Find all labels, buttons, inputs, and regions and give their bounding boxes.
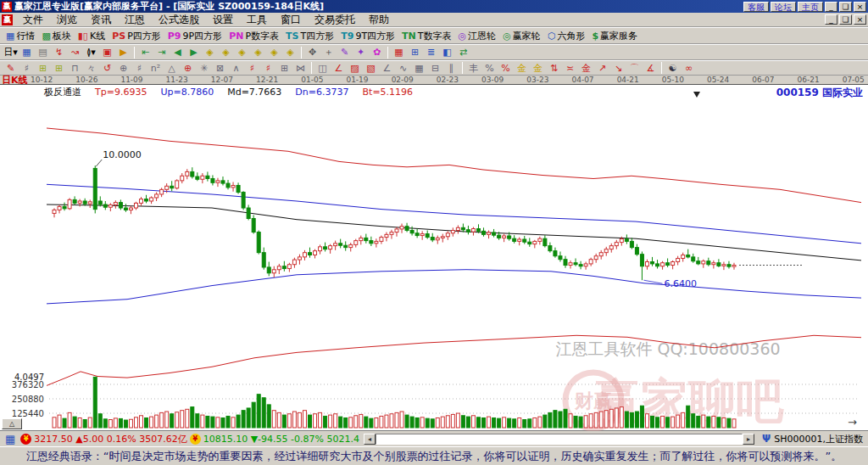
- circle-cross-icon[interactable]: ⊕: [115, 61, 131, 75]
- updown-tool-icon[interactable]: ⇅: [546, 61, 562, 75]
- red-price-grid-icon[interactable]: ♯: [260, 61, 276, 75]
- band-tool-icon[interactable]: ≍: [562, 61, 578, 75]
- toolbar-button-T数字表[interactable]: TNT数字表: [398, 29, 454, 42]
- wave-line-icon[interactable]: ∿: [395, 61, 411, 75]
- trend-down-icon[interactable]: ↘: [610, 61, 626, 75]
- gann-box-icon[interactable]: ⊞: [35, 61, 51, 75]
- shenzhen-index-icon[interactable]: ¥: [190, 434, 201, 445]
- mdi-restore-button[interactable]: ❏: [839, 14, 852, 25]
- color-analysis-icon[interactable]: ▶: [115, 46, 131, 59]
- grid-box-icon[interactable]: ⊞: [276, 61, 292, 75]
- gann-box2-icon[interactable]: ⊞: [51, 61, 67, 75]
- diamond-zoom-in-icon[interactable]: ◈: [218, 46, 234, 59]
- scroll-left-button[interactable]: ◂: [364, 434, 376, 445]
- toolbar-button-K线[interactable]: ▮▯K线: [75, 29, 108, 42]
- close-button[interactable]: ×: [854, 2, 866, 12]
- gold-percent-icon[interactable]: %: [498, 61, 514, 75]
- multi-line-icon[interactable]: 丰: [465, 61, 481, 75]
- diamond-up-icon[interactable]: ◈: [266, 46, 282, 59]
- menu-help[interactable]: 帮助: [362, 13, 396, 26]
- menu-browse[interactable]: 浏览: [50, 13, 84, 26]
- menu-file[interactable]: 文件: [16, 13, 50, 26]
- gann-grid-icon[interactable]: ♯: [19, 61, 35, 75]
- shenzhen-index-quote[interactable]: 10815.10 ▼-94.55 -0.87% 5021.4: [203, 434, 359, 445]
- trend-up-icon[interactable]: ↗: [594, 61, 610, 75]
- menu-tools[interactable]: 工具: [240, 13, 274, 26]
- gold-ratio-icon[interactable]: 金: [514, 61, 530, 75]
- chart-panel[interactable]: 极反通道Tp=9.6935Up=8.7860Md=7.7663Dn=6.3737…: [0, 84, 868, 430]
- arrows-tool-icon[interactable]: ⋈: [292, 61, 309, 75]
- arc-tool-icon[interactable]: ⌒: [626, 61, 643, 75]
- fan-lines-icon[interactable]: ∠: [331, 61, 347, 75]
- mdi-close-button[interactable]: ×: [854, 14, 866, 25]
- homepage-button[interactable]: 主页: [798, 2, 823, 12]
- calculator-icon[interactable]: ⊞: [407, 46, 423, 59]
- toolbar-button-9P四方形[interactable]: P99P四方形: [164, 29, 225, 42]
- wheel-flower-icon[interactable]: ✿: [369, 46, 385, 59]
- period-daily-dropdown[interactable]: 日▾: [3, 46, 19, 59]
- save-icon[interactable]: ◧: [439, 46, 455, 59]
- current-index-label[interactable]: SH000001,上证指数: [774, 433, 863, 445]
- scroll-right-button[interactable]: ▸: [743, 434, 754, 445]
- shaded-box-icon[interactable]: ▨: [347, 61, 363, 75]
- restore-button[interactable]: ❏: [839, 2, 852, 12]
- diamond-down-icon[interactable]: ◈: [282, 46, 298, 59]
- triangle-tool-icon[interactable]: △: [164, 61, 180, 75]
- pen-tool-icon[interactable]: ✎: [3, 61, 19, 75]
- n-square-icon[interactable]: n²: [147, 61, 164, 75]
- red-time-grid-icon[interactable]: ♯: [244, 61, 260, 75]
- gold-section-icon[interactable]: 金: [578, 61, 594, 75]
- toolbar-button-行情[interactable]: ▦行情: [3, 29, 38, 42]
- dense-grid-icon[interactable]: ▦: [411, 61, 427, 75]
- shanghai-index-icon[interactable]: ¥: [20, 434, 31, 445]
- price-ruler-icon[interactable]: ⊓: [67, 61, 83, 75]
- first-bar-icon[interactable]: ⇤: [137, 46, 153, 59]
- angle-line-icon[interactable]: ∠: [379, 61, 395, 75]
- forum-button[interactable]: 论坛: [771, 2, 796, 12]
- wedge-tool-icon[interactable]: ∡: [643, 61, 659, 75]
- box-x-icon[interactable]: ⊠: [212, 61, 228, 75]
- yinyang-icon[interactable]: ☯: [665, 61, 681, 75]
- prev-bar-icon[interactable]: ◀: [170, 46, 186, 59]
- volume-pane-toggle-button[interactable]: △: [2, 418, 22, 429]
- diamond-left-icon[interactable]: ◈: [234, 46, 250, 59]
- report-icon[interactable]: ≣: [423, 46, 439, 59]
- cycle-tool-icon[interactable]: 々: [83, 61, 99, 75]
- menu-news[interactable]: 资讯: [84, 13, 118, 26]
- quadrant-grid-icon[interactable]: ⊟: [427, 61, 443, 75]
- trend-chart-icon[interactable]: ↝: [67, 46, 83, 59]
- crosshair-icon[interactable]: ＋: [320, 46, 337, 59]
- toolbar-button-六角形[interactable]: ⬡六角形: [544, 29, 589, 42]
- data-transfer-icon[interactable]: ⇄: [455, 46, 471, 59]
- star-lines-icon[interactable]: ✳: [196, 61, 212, 75]
- menu-gann[interactable]: 江恩: [118, 13, 152, 26]
- menu-window[interactable]: 窗口: [274, 13, 308, 26]
- market-window-icon[interactable]: ▦: [19, 46, 35, 59]
- customer-service-button[interactable]: 客服: [743, 2, 769, 12]
- move-hand-icon[interactable]: ✥: [304, 46, 320, 59]
- draw-line-icon[interactable]: ✎: [337, 46, 353, 59]
- percent-icon[interactable]: %: [481, 61, 498, 75]
- infinity-icon[interactable]: ∞: [681, 61, 697, 75]
- gann-tools-icon[interactable]: ✦: [353, 46, 369, 59]
- toolbar-button-江恩轮[interactable]: ◎江恩轮: [455, 29, 500, 42]
- gold-ratio2-icon[interactable]: 金: [530, 61, 546, 75]
- next-bar-icon[interactable]: ▶: [186, 46, 202, 59]
- horizontal-scrollbar[interactable]: ◂ ▸: [364, 434, 754, 445]
- toolbar-button-P数字表[interactable]: PNP数字表: [225, 29, 282, 42]
- toolbar-button-P四方形[interactable]: PSP四方形: [108, 29, 164, 42]
- last-bar-icon[interactable]: ⇥: [153, 46, 170, 59]
- diamond-zoom-out-icon[interactable]: ◈: [202, 46, 218, 59]
- retrace-arc-icon[interactable]: ↺: [99, 61, 115, 75]
- shaded-box2-icon[interactable]: ▧: [363, 61, 379, 75]
- shanghai-index-quote[interactable]: 3217.50 ▲5.00 0.16% 3507.62亿: [34, 433, 186, 445]
- info-view-icon[interactable]: ▤: [35, 46, 51, 59]
- menu-settings[interactable]: 设置: [206, 13, 240, 26]
- toolbar-button-T四方形[interactable]: TST四方形: [282, 29, 337, 42]
- toolbar-button-赢家轮[interactable]: ◎赢家轮: [499, 29, 544, 42]
- minimize-button[interactable]: _: [825, 2, 837, 12]
- parallel-lines-icon[interactable]: ∥: [443, 61, 459, 75]
- indicator-window-icon[interactable]: ▣: [99, 46, 115, 59]
- candlestick-chart[interactable]: 3763202508801254404.0497江恩工具软件 QQ:100800…: [0, 85, 866, 431]
- diamond-right-icon[interactable]: ◈: [250, 46, 266, 59]
